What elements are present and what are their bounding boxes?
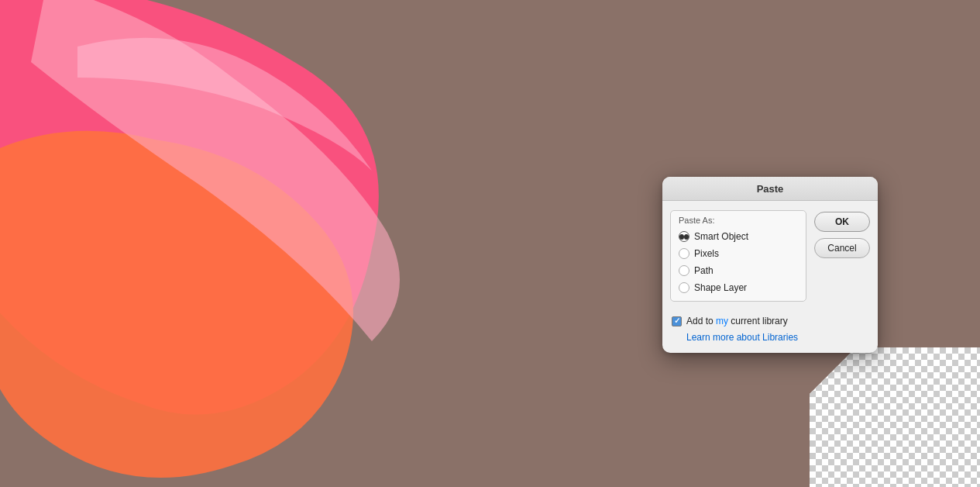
- dialog-title: Paste: [757, 183, 784, 195]
- dialog-title-bar: Paste: [662, 177, 878, 201]
- radio-label-pixels: Pixels: [694, 248, 719, 259]
- radio-option-pixels[interactable]: Pixels: [679, 248, 798, 259]
- library-text-my: my: [716, 316, 728, 326]
- checker-transparent-area: [810, 347, 980, 487]
- learn-more-link[interactable]: Learn more about Libraries: [686, 332, 798, 343]
- ok-button[interactable]: OK: [814, 212, 870, 232]
- paste-dialog: Paste Paste As: Smart Object Pixels Path: [662, 177, 878, 353]
- radio-smart-object[interactable]: [679, 231, 689, 242]
- radio-pixels[interactable]: [679, 248, 689, 259]
- radio-label-shape-layer: Shape Layer: [694, 282, 747, 293]
- artwork-blobs: [0, 0, 403, 487]
- radio-label-path: Path: [694, 265, 714, 276]
- radio-option-shape-layer[interactable]: Shape Layer: [679, 282, 798, 293]
- paste-as-label: Paste As:: [679, 216, 798, 225]
- paste-as-group: Paste As: Smart Object Pixels Path: [670, 210, 806, 302]
- cancel-button[interactable]: Cancel: [814, 238, 870, 258]
- dialog-buttons: OK Cancel: [814, 210, 870, 302]
- library-row: Add to my current library: [672, 316, 868, 326]
- radio-path[interactable]: [679, 265, 689, 276]
- dialog-body: Paste As: Smart Object Pixels Path: [662, 201, 878, 309]
- radio-label-smart-object: Smart Object: [694, 231, 748, 242]
- library-checkbox[interactable]: [672, 316, 682, 326]
- radio-shape-layer[interactable]: [679, 282, 689, 293]
- radio-option-path[interactable]: Path: [679, 265, 798, 276]
- dialog-footer: Add to my current library Learn more abo…: [662, 309, 878, 353]
- library-text: Add to my current library: [686, 316, 788, 326]
- radio-option-smart-object[interactable]: Smart Object: [679, 231, 798, 242]
